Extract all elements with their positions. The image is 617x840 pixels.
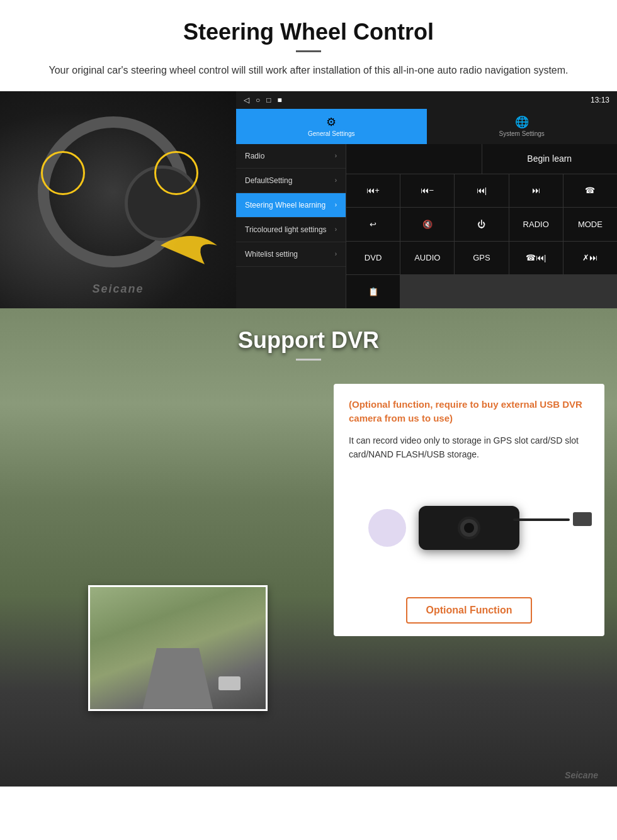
btn-hang-up[interactable]: ↩ [346,208,400,241]
menu-item-whitelist[interactable]: Whitelist setting › [236,242,346,267]
camera-lens [458,517,480,539]
menu-default-arrow: › [335,177,337,184]
yellow-arrow [154,220,230,271]
title-divider [296,50,321,52]
btn-extra[interactable]: 📋 [346,275,400,308]
optional-function-button[interactable]: Optional Function [406,597,533,624]
panel-buttons-grid: ⏮+ ⏮− ⏮| ⏭ ☎ ↩ 🔇 ⏻ RADIO MODE DVD AUDIO … [346,174,617,308]
menu-steering-arrow: › [335,201,337,208]
dvr-divider [296,359,321,361]
tab-system-label: System Settings [499,130,545,137]
thumb-road [143,648,213,709]
btn-mute[interactable]: 🔇 [400,208,454,241]
dvr-seicane-watermark: Seicane [565,770,598,780]
btn-power[interactable]: ⏻ [455,208,508,241]
btn-vol-minus[interactable]: ⏮− [400,174,454,208]
dvr-camera-image-area [349,471,589,585]
highlight-circle-left [41,151,85,195]
tab-general-settings[interactable]: ⚙ General Settings [236,109,427,144]
dvr-title: Support DVR [0,327,617,354]
btn-next-track[interactable]: ⏭ [509,174,563,208]
camera-usb [573,512,592,526]
menu-whitelist-arrow: › [335,250,337,257]
btn-phone-prev[interactable]: ☎⏮| [509,242,563,275]
nav-back[interactable]: ◁ [244,96,249,104]
globe-icon: 🌐 [515,115,529,129]
dvr-camera-placeholder [381,478,557,578]
menu-item-steering-learning[interactable]: Steering Wheel learning › [236,193,346,218]
android-statusbar: ◁ ○ □ ■ 13:13 [236,91,617,109]
menu-radio-arrow: › [335,152,337,159]
dvr-thumbnail [88,585,268,711]
android-content: Radio › DefaultSetting › Steering Wheel … [236,144,617,308]
header: Steering Wheel Control Your original car… [0,0,617,91]
subtitle-text: Your original car's steering wheel contr… [38,62,579,79]
tab-system-settings[interactable]: 🌐 System Settings [427,109,618,144]
panel-empty [346,144,482,174]
statusbar-time: 13:13 [591,96,609,104]
menu-tricoloured-arrow: › [335,226,337,233]
nav-home[interactable]: ○ [256,96,260,104]
dvr-thumbnail-inner [90,587,266,709]
camera-lens-inner [464,523,474,533]
panel-begin-row: Begin learn [346,144,617,174]
dvr-description: It can record video only to storage in G… [349,434,589,462]
steering-wheel-photo: Seicane [0,91,236,308]
nav-recent[interactable]: □ [266,96,271,104]
camera-glow [368,509,406,547]
steering-screenshot: Seicane ◁ ○ □ ■ 13:13 ⚙ General Settings [0,91,617,308]
menu-radio-label: Radio [245,152,264,160]
android-menu: Radio › DefaultSetting › Steering Wheel … [236,144,346,308]
menu-item-defaultsetting[interactable]: DefaultSetting › [236,169,346,193]
menu-steering-label: Steering Wheel learning [245,201,325,210]
menu-item-tricoloured[interactable]: Tricoloured light settings › [236,218,346,242]
camera-cable [513,518,570,521]
menu-tricoloured-label: Tricoloured light settings [245,225,327,234]
btn-prev-track[interactable]: ⏮| [455,174,508,208]
btn-mode[interactable]: MODE [563,208,617,241]
btn-gps[interactable]: GPS [455,242,508,275]
page-title: Steering Wheel Control [38,19,579,45]
btn-skip-next[interactable]: ✗⏭ [563,242,617,275]
menu-whitelist-label: Whitelist setting [245,250,298,259]
highlight-circle-right [154,151,198,195]
statusbar-nav: ◁ ○ □ ■ [244,96,282,104]
menu-default-label: DefaultSetting [245,176,292,185]
android-panel: Begin learn ⏮+ ⏮− ⏮| ⏭ ☎ ↩ 🔇 ⏻ RADIO MOD… [346,144,617,308]
seicane-watermark: Seicane [92,283,144,296]
dvr-title-area: Support DVR [0,308,617,370]
btn-dvd[interactable]: DVD [346,242,400,275]
gear-icon: ⚙ [326,115,336,129]
dvr-camera-body [419,506,519,550]
thumb-car [218,676,241,690]
android-ui: ◁ ○ □ ■ 13:13 ⚙ General Settings 🌐 Syste… [236,91,617,308]
dvr-optional-text: (Optional function, require to buy exter… [349,398,589,426]
dvr-section: Support DVR (Optional function, require … [0,308,617,787]
begin-learn-button[interactable]: Begin learn [482,144,618,174]
btn-phone[interactable]: ☎ [563,174,617,208]
tab-general-label: General Settings [308,130,355,137]
btn-audio[interactable]: AUDIO [400,242,454,275]
dvr-info-card: (Optional function, require to buy exter… [334,384,604,637]
steering-section: Steering Wheel Control Your original car… [0,0,617,308]
android-tabs: ⚙ General Settings 🌐 System Settings [236,109,617,144]
menu-item-radio[interactable]: Radio › [236,144,346,169]
btn-vol-plus[interactable]: ⏮+ [346,174,400,208]
btn-radio[interactable]: RADIO [509,208,563,241]
nav-menu[interactable]: ■ [278,96,282,104]
